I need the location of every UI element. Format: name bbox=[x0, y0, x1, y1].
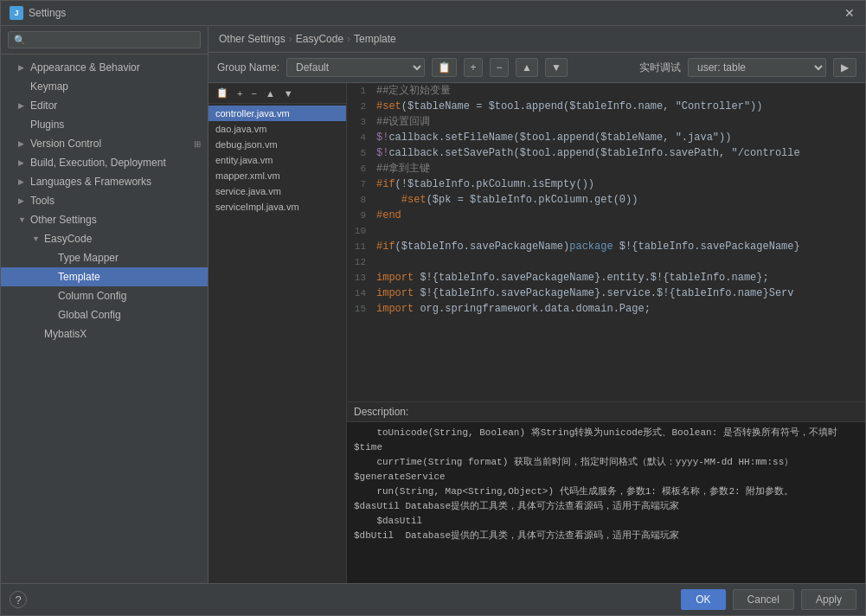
nav-tree: ▶ Appearance & Behavior Keymap ▶ Editor … bbox=[1, 55, 208, 583]
arrow-icon: ▶ bbox=[18, 139, 27, 148]
code-line: 1 ##定义初始变量 bbox=[347, 83, 865, 99]
sidebar-item-editor[interactable]: ▶ Editor bbox=[1, 96, 208, 115]
template-content: Group Name: Default 📋 + − ▲ ▼ 实时调试 user:… bbox=[208, 53, 865, 583]
line-number: 9 bbox=[347, 208, 373, 223]
sidebar-item-label: Template bbox=[58, 271, 100, 283]
sidebar-item-label: Type Mapper bbox=[58, 252, 119, 264]
code-content[interactable]: 1 ##定义初始变量 2 #set($tableName = $tool.app… bbox=[347, 83, 865, 401]
file-copy-button[interactable]: 📋 bbox=[214, 87, 231, 99]
line-code: #set($tableName = $tool.append($tableInf… bbox=[373, 99, 762, 114]
sidebar-item-languages[interactable]: ▶ Languages & Frameworks bbox=[1, 172, 208, 191]
file-item-mapper[interactable]: mapper.xml.vm bbox=[208, 168, 346, 183]
breadcrumb-part2: EasyCode bbox=[296, 33, 343, 45]
sidebar-item-global-config[interactable]: Global Config bbox=[1, 305, 208, 324]
sidebar-item-label: Plugins bbox=[30, 119, 64, 131]
line-code: #if($tableInfo.savePackageName)package $… bbox=[373, 239, 800, 254]
sidebar-item-label: Editor bbox=[30, 99, 57, 112]
code-line: 7 #if(!$tableInfo.pkColumn.isEmpty()) bbox=[347, 176, 865, 192]
description-area: Description: toUnicode(String, Boolean) … bbox=[347, 401, 865, 583]
file-item-entity[interactable]: entity.java.vm bbox=[208, 152, 346, 168]
line-number: 2 bbox=[347, 99, 373, 114]
arrow-icon: ▶ bbox=[18, 177, 27, 186]
code-line: 4 $!callback.setFileName($tool.append($t… bbox=[347, 130, 865, 145]
sidebar-item-plugins[interactable]: Plugins bbox=[1, 115, 208, 134]
file-item-debug[interactable]: debug.json.vm bbox=[208, 137, 346, 152]
arrow-icon: ▼ bbox=[18, 215, 27, 224]
cancel-button[interactable]: Cancel bbox=[733, 589, 794, 610]
settings-dialog: J Settings ✕ ▶ Appearance & Behavior Key… bbox=[0, 0, 866, 616]
add-template-button[interactable]: + bbox=[464, 58, 483, 77]
sidebar-item-label: Version Control bbox=[30, 138, 101, 150]
line-code: $!callback.setSavePath($tool.append($tab… bbox=[373, 145, 800, 161]
file-remove-button[interactable]: − bbox=[248, 87, 259, 99]
file-item-service[interactable]: service.java.vm bbox=[208, 183, 346, 199]
line-number: 11 bbox=[347, 239, 373, 254]
code-line: 2 #set($tableName = $tool.append($tableI… bbox=[347, 99, 865, 114]
ok-button[interactable]: OK bbox=[681, 589, 725, 610]
realtime-run-button[interactable]: ▶ bbox=[833, 58, 856, 77]
line-number: 10 bbox=[347, 223, 373, 239]
sidebar-item-mybatisx[interactable]: MybatisX bbox=[1, 324, 208, 343]
sidebar: ▶ Appearance & Behavior Keymap ▶ Editor … bbox=[1, 26, 208, 583]
sidebar-item-build[interactable]: ▶ Build, Execution, Deployment bbox=[1, 153, 208, 172]
arrow-spacer bbox=[18, 120, 27, 129]
file-item-dao[interactable]: dao.java.vm bbox=[208, 121, 346, 137]
help-button[interactable]: ? bbox=[10, 591, 27, 608]
sidebar-item-type-mapper[interactable]: Type Mapper bbox=[1, 248, 208, 267]
line-code: import $!{tableInfo.savePackageName}.ent… bbox=[373, 270, 769, 286]
file-list: controller.java.vm dao.java.vm debug.jso… bbox=[208, 104, 346, 583]
content-area: Other Settings › EasyCode › Template Gro… bbox=[208, 26, 865, 583]
main-area: ▶ Appearance & Behavior Keymap ▶ Editor … bbox=[1, 26, 865, 583]
vc-icon: ⊞ bbox=[194, 139, 201, 149]
sidebar-item-label: Build, Execution, Deployment bbox=[30, 157, 166, 169]
sidebar-item-tools[interactable]: ▶ Tools bbox=[1, 191, 208, 210]
sidebar-item-label: MybatisX bbox=[44, 328, 87, 340]
file-item-serviceimpl[interactable]: serviceImpl.java.vm bbox=[208, 199, 346, 215]
file-down-button[interactable]: ▼ bbox=[281, 87, 296, 99]
search-box bbox=[1, 26, 208, 55]
code-line: 10 bbox=[347, 223, 865, 239]
sidebar-item-easycode[interactable]: ▼ EasyCode bbox=[1, 229, 208, 248]
code-line: 15 import org.springframework.data.domai… bbox=[347, 301, 865, 317]
realtime-label: 实时调试 bbox=[639, 61, 681, 75]
sidebar-item-label: Tools bbox=[30, 195, 55, 207]
move-down-button[interactable]: ▼ bbox=[545, 58, 568, 77]
line-code bbox=[373, 254, 376, 270]
arrow-spacer bbox=[46, 292, 55, 300]
file-list-panel: 📋 + − ▲ ▼ controller.java.vm dao.java.vm… bbox=[208, 83, 347, 583]
line-code: ##设置回调 bbox=[373, 114, 430, 130]
sidebar-item-label: Other Settings bbox=[30, 214, 97, 226]
sidebar-item-label: Appearance & Behavior bbox=[30, 61, 140, 74]
realtime-select[interactable]: user: table bbox=[688, 58, 826, 77]
code-line: 5 $!callback.setSavePath($tool.append($t… bbox=[347, 145, 865, 161]
remove-template-button[interactable]: − bbox=[490, 58, 509, 77]
breadcrumb-part1: Other Settings bbox=[219, 33, 285, 45]
close-button[interactable]: ✕ bbox=[843, 6, 856, 20]
arrow-icon: ▶ bbox=[18, 196, 27, 205]
apply-button[interactable]: Apply bbox=[801, 589, 856, 610]
code-line: 14 import $!{tableInfo.savePackageName}.… bbox=[347, 286, 865, 301]
group-name-select[interactable]: Default bbox=[286, 58, 425, 77]
sidebar-item-template[interactable]: Template bbox=[1, 267, 208, 286]
bottom-bar: ? OK Cancel Apply bbox=[1, 583, 865, 615]
code-line: 8 #set($pk = $tableInfo.pkColumn.get(0)) bbox=[347, 192, 865, 208]
file-add-button[interactable]: + bbox=[234, 87, 245, 99]
line-number: 14 bbox=[347, 286, 373, 301]
sidebar-item-other-settings[interactable]: ▼ Other Settings bbox=[1, 210, 208, 229]
arrow-spacer bbox=[46, 253, 55, 262]
copy-group-button[interactable]: 📋 bbox=[432, 58, 457, 77]
toolbar-row: Group Name: Default 📋 + − ▲ ▼ 实时调试 user:… bbox=[208, 53, 865, 83]
arrow-spacer bbox=[18, 82, 27, 91]
arrow-spacer bbox=[46, 273, 55, 281]
sidebar-item-appearance[interactable]: ▶ Appearance & Behavior bbox=[1, 58, 208, 77]
file-item-controller[interactable]: controller.java.vm bbox=[208, 106, 346, 121]
search-input[interactable] bbox=[8, 31, 201, 48]
line-code: #set($pk = $tableInfo.pkColumn.get(0)) bbox=[373, 192, 638, 208]
sidebar-item-keymap[interactable]: Keymap bbox=[1, 77, 208, 96]
file-up-button[interactable]: ▲ bbox=[263, 87, 278, 99]
move-up-button[interactable]: ▲ bbox=[516, 58, 538, 77]
sidebar-item-version-control[interactable]: ▶ Version Control ⊞ bbox=[1, 134, 208, 153]
code-line: 13 import $!{tableInfo.savePackageName}.… bbox=[347, 270, 865, 286]
sidebar-item-column-config[interactable]: Column Config bbox=[1, 286, 208, 305]
arrow-spacer bbox=[46, 311, 55, 319]
